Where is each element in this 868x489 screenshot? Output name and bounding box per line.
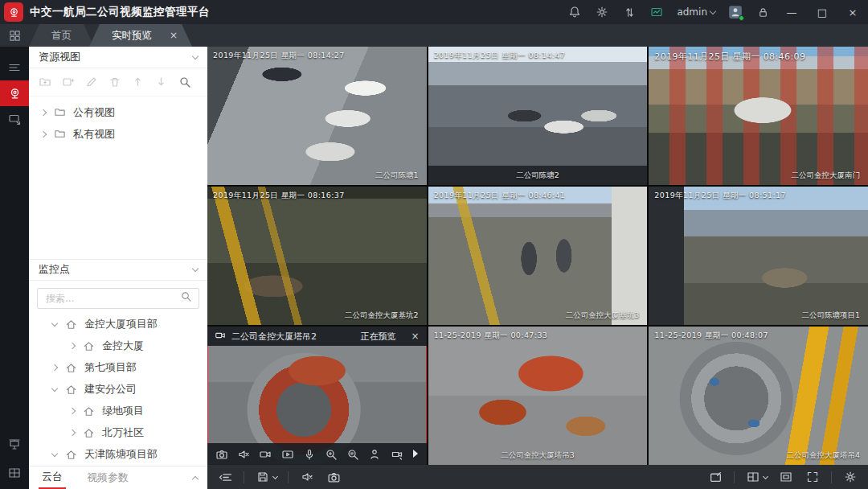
single-view-icon[interactable] bbox=[778, 469, 794, 485]
video-cell[interactable]: 2019年11月25日 星期一 08:14:47 二公司陈塘2 bbox=[428, 47, 648, 185]
camera-name-overlay: 二公司金控大厦基坑3 bbox=[566, 310, 640, 321]
projection-screen-icon[interactable] bbox=[0, 431, 29, 457]
tree-item-label: 私有视图 bbox=[73, 127, 115, 142]
tree-item-site[interactable]: 金控大厦 bbox=[29, 335, 207, 357]
tree-item-label: 公有视图 bbox=[73, 105, 115, 120]
resource-toolbar bbox=[29, 68, 207, 97]
camera-name-overlay: 二公司金控大厦基坑2 bbox=[345, 310, 419, 321]
close-button[interactable]: × bbox=[844, 6, 862, 18]
tree-item-site[interactable]: 天津陈塘项目部 bbox=[29, 444, 207, 466]
search-icon[interactable] bbox=[180, 290, 192, 306]
timestamp-overlay: 2019年11月25日 星期一 08:46:41 bbox=[434, 191, 566, 201]
home-icon bbox=[83, 340, 95, 352]
timestamp-overlay: 2019年11月25日 星期一 08:14:47 bbox=[434, 51, 566, 61]
video-wall-icon[interactable] bbox=[0, 460, 29, 486]
live-view-camera-icon[interactable] bbox=[0, 80, 29, 106]
avatar[interactable] bbox=[728, 5, 743, 19]
3d-zoom-icon[interactable] bbox=[346, 446, 360, 462]
search-input[interactable] bbox=[44, 292, 180, 305]
stream-switch-icon[interactable] bbox=[622, 5, 637, 19]
timestamp-overlay: 11-25-2019 星期一 00:47:33 bbox=[434, 331, 548, 341]
tab-ptz[interactable]: 云台 bbox=[39, 466, 66, 489]
tree-item-site[interactable]: 北万社区 bbox=[29, 422, 207, 444]
mute-speaker-icon[interactable] bbox=[236, 446, 251, 462]
tab-close-icon[interactable]: × bbox=[170, 30, 178, 41]
microphone-icon[interactable] bbox=[302, 446, 317, 462]
video-cell[interactable]: 11-25-2019 星期一 00:48:07 二公司金控大厦塔吊4 bbox=[649, 327, 868, 465]
video-cell[interactable]: 2019年11月25日 星期一 08:51:17 二公司陈塘项目1 bbox=[649, 187, 868, 325]
camera-name-overlay: 二公司陈塘2 bbox=[428, 171, 648, 181]
playback-icon[interactable] bbox=[280, 446, 295, 462]
video-cell[interactable]: 2019年11月25日 星期一 08:46:09 二公司金控大厦南门 bbox=[649, 47, 868, 185]
add-view-icon[interactable] bbox=[62, 76, 75, 88]
notifications-bell-icon[interactable] bbox=[567, 5, 582, 19]
settings-gear-icon[interactable] bbox=[595, 5, 609, 19]
monitor-points-header[interactable]: 监控点 bbox=[29, 259, 207, 281]
tree-item-private-views[interactable]: 私有视图 bbox=[29, 123, 207, 145]
video-cell[interactable]: 11-25-2019 星期一 00:47:33 二公司金控大厦塔吊3 bbox=[428, 327, 648, 465]
streaming-monitor-icon[interactable] bbox=[649, 5, 664, 19]
resource-tree: 公有视图 私有视图 bbox=[29, 97, 207, 259]
tree-item-site[interactable]: 绿地项目 bbox=[29, 401, 207, 422]
digital-zoom-icon[interactable] bbox=[324, 446, 338, 462]
chevron-right-icon bbox=[51, 364, 58, 371]
home-icon bbox=[65, 362, 77, 374]
fullscreen-icon[interactable] bbox=[805, 469, 821, 485]
chevron-right-icon bbox=[69, 343, 76, 349]
cell-status: 正在预览 bbox=[361, 331, 396, 343]
tree-item-site[interactable]: 金控大厦项目部 bbox=[29, 314, 207, 335]
video-cell-selected[interactable]: 二公司金控大厦塔吊2 正在预览 × bbox=[207, 327, 427, 465]
cell-close-icon[interactable]: × bbox=[411, 331, 420, 342]
video-cell[interactable]: 2019年11月25日 星期一 08:46:41 二公司金控大厦基坑3 bbox=[428, 187, 648, 325]
collapse-panel-icon[interactable] bbox=[193, 466, 198, 489]
sidebar-bottom-tabs: 云台 视频参数 bbox=[29, 466, 207, 489]
video-cell[interactable]: 2019年11月25日 星期一 08:16:37 二公司金控大厦基坑2 bbox=[207, 187, 427, 325]
home-icon bbox=[65, 449, 77, 461]
grid-layout-selector[interactable] bbox=[745, 469, 768, 485]
search-icon[interactable] bbox=[178, 76, 191, 88]
tab-live-preview[interactable]: 实时预览 × bbox=[89, 24, 192, 47]
move-up-icon[interactable] bbox=[132, 76, 145, 88]
home-icon bbox=[65, 384, 77, 396]
grid-layout-icon bbox=[745, 469, 761, 485]
folder-icon bbox=[54, 128, 66, 140]
camera-icon bbox=[215, 330, 226, 343]
chevron-down-icon bbox=[51, 319, 58, 326]
add-folder-icon[interactable] bbox=[39, 76, 51, 88]
settings-gear-icon[interactable] bbox=[842, 469, 858, 485]
record-video-icon[interactable] bbox=[258, 446, 272, 462]
sidebar: 资源视图 bbox=[29, 47, 207, 489]
apps-grid-icon[interactable] bbox=[0, 24, 29, 47]
close-all-windows-icon[interactable] bbox=[707, 469, 723, 485]
mute-all-speaker-icon[interactable] bbox=[299, 469, 315, 485]
maximize-button[interactable]: □ bbox=[813, 6, 831, 18]
tree-item-public-views[interactable]: 公有视图 bbox=[29, 101, 207, 123]
snapshot-camera-icon[interactable] bbox=[215, 446, 229, 462]
tab-home[interactable]: 首页 bbox=[29, 24, 94, 47]
search-box bbox=[37, 288, 199, 309]
goto-position-icon[interactable] bbox=[367, 446, 382, 462]
bottom-toolbar bbox=[207, 465, 868, 489]
camera-name-overlay: 二公司金控大厦塔吊4 bbox=[786, 450, 860, 461]
more-tools-arrow-icon[interactable] bbox=[411, 446, 420, 462]
edit-icon[interactable] bbox=[85, 76, 98, 88]
cell-toolbar bbox=[207, 443, 427, 465]
cell-header: 二公司金控大厦塔吊2 正在预览 × bbox=[207, 327, 427, 346]
video-cell[interactable]: 2019年11月25日 星期一 08:14:27 二公司陈塘1 bbox=[207, 47, 427, 185]
user-menu[interactable]: admin bbox=[677, 6, 715, 18]
close-all-streams-icon[interactable] bbox=[217, 469, 233, 485]
camera-name-overlay: 二公司陈塘1 bbox=[375, 171, 419, 181]
move-down-icon[interactable] bbox=[155, 76, 168, 88]
lock-screen-icon[interactable] bbox=[755, 5, 770, 19]
resource-view-header[interactable]: 资源视图 bbox=[29, 47, 207, 68]
snapshot-all-camera-icon[interactable] bbox=[326, 469, 342, 485]
menu-hamburger-icon[interactable] bbox=[0, 55, 29, 80]
view-config-icon[interactable] bbox=[0, 106, 29, 132]
ptz-control-icon[interactable] bbox=[390, 446, 404, 462]
minimize-button[interactable]: — bbox=[783, 6, 800, 18]
delete-trash-icon[interactable] bbox=[108, 76, 121, 88]
tree-item-site[interactable]: 建安分公司 bbox=[29, 379, 207, 401]
save-view-button[interactable] bbox=[255, 469, 277, 485]
tree-item-site[interactable]: 第七项目部 bbox=[29, 357, 207, 379]
tab-video-params[interactable]: 视频参数 bbox=[84, 466, 132, 489]
